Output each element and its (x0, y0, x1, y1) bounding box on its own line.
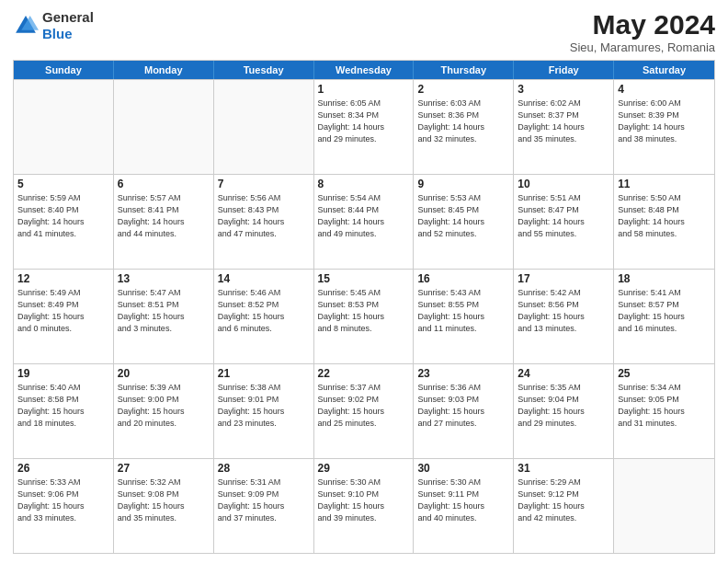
day-number: 23 (417, 367, 509, 380)
day-info: Sunrise: 5:49 AMSunset: 8:49 PMDaylight:… (17, 287, 109, 335)
day-number: 25 (618, 367, 711, 380)
day-info: Sunrise: 5:40 AMSunset: 8:58 PMDaylight:… (17, 382, 109, 430)
day-number: 26 (17, 462, 109, 475)
calendar-day-31: 31Sunrise: 5:29 AMSunset: 9:12 PMDayligh… (514, 459, 614, 553)
calendar-day-17: 17Sunrise: 5:42 AMSunset: 8:56 PMDayligh… (514, 270, 614, 363)
day-info: Sunrise: 5:32 AMSunset: 9:08 PMDaylight:… (118, 477, 210, 524)
calendar-day-12: 12Sunrise: 5:49 AMSunset: 8:49 PMDayligh… (14, 270, 114, 363)
calendar-header: SundayMondayTuesdayWednesdayThursdayFrid… (14, 61, 714, 79)
title-area: May 2024 Sieu, Maramures, Romania (570, 9, 715, 54)
calendar-day-10: 10Sunrise: 5:51 AMSunset: 8:47 PMDayligh… (514, 175, 614, 269)
calendar-day-2: 2Sunrise: 6:03 AMSunset: 8:36 PMDaylight… (414, 80, 514, 174)
calendar-day-6: 6Sunrise: 5:57 AMSunset: 8:41 PMDaylight… (114, 175, 214, 269)
header-day-sunday: Sunday (14, 61, 114, 79)
day-info: Sunrise: 5:41 AMSunset: 8:57 PMDaylight:… (618, 287, 711, 335)
day-number: 17 (518, 272, 609, 285)
calendar-day-13: 13Sunrise: 5:47 AMSunset: 8:51 PMDayligh… (114, 270, 214, 363)
day-number: 3 (518, 83, 609, 96)
day-number: 27 (118, 462, 210, 475)
page: General Blue May 2024 Sieu, Maramures, R… (0, 0, 728, 563)
day-info: Sunrise: 5:30 AMSunset: 9:10 PMDaylight:… (318, 477, 410, 524)
day-number: 29 (318, 462, 410, 475)
day-number: 19 (17, 367, 109, 380)
calendar-day-9: 9Sunrise: 5:53 AMSunset: 8:45 PMDaylight… (414, 175, 514, 269)
day-number: 12 (17, 272, 109, 285)
day-info: Sunrise: 5:50 AMSunset: 8:48 PMDaylight:… (618, 192, 711, 240)
calendar-week-4: 19Sunrise: 5:40 AMSunset: 8:58 PMDayligh… (14, 363, 714, 458)
day-info: Sunrise: 5:46 AMSunset: 8:52 PMDaylight:… (218, 287, 310, 335)
calendar-week-1: 1Sunrise: 6:05 AMSunset: 8:34 PMDaylight… (14, 79, 714, 174)
day-info: Sunrise: 6:00 AMSunset: 8:39 PMDaylight:… (618, 98, 711, 145)
day-number: 16 (417, 272, 509, 285)
day-info: Sunrise: 5:35 AMSunset: 9:04 PMDaylight:… (518, 382, 609, 430)
day-number: 20 (118, 367, 210, 380)
day-info: Sunrise: 5:53 AMSunset: 8:45 PMDaylight:… (417, 192, 509, 240)
calendar-day-27: 27Sunrise: 5:32 AMSunset: 9:08 PMDayligh… (114, 459, 214, 553)
calendar-day-14: 14Sunrise: 5:46 AMSunset: 8:52 PMDayligh… (214, 270, 314, 363)
day-info: Sunrise: 5:37 AMSunset: 9:02 PMDaylight:… (318, 382, 410, 430)
calendar-day-22: 22Sunrise: 5:37 AMSunset: 9:02 PMDayligh… (314, 364, 415, 458)
day-number: 14 (218, 272, 310, 285)
logo-general: General (42, 9, 94, 25)
day-info: Sunrise: 5:36 AMSunset: 9:03 PMDaylight:… (417, 382, 509, 430)
day-info: Sunrise: 5:57 AMSunset: 8:41 PMDaylight:… (118, 192, 210, 240)
header-day-wednesday: Wednesday (314, 61, 415, 79)
calendar-day-3: 3Sunrise: 6:02 AMSunset: 8:37 PMDaylight… (514, 80, 614, 174)
day-info: Sunrise: 6:03 AMSunset: 8:36 PMDaylight:… (417, 98, 509, 145)
day-number: 22 (318, 367, 410, 380)
calendar-day-21: 21Sunrise: 5:38 AMSunset: 9:01 PMDayligh… (214, 364, 314, 458)
day-number: 18 (618, 272, 711, 285)
day-info: Sunrise: 5:56 AMSunset: 8:43 PMDaylight:… (218, 192, 310, 240)
header-day-monday: Monday (114, 61, 214, 79)
calendar-day-16: 16Sunrise: 5:43 AMSunset: 8:55 PMDayligh… (414, 270, 514, 363)
calendar-day-25: 25Sunrise: 5:34 AMSunset: 9:05 PMDayligh… (614, 364, 714, 458)
subtitle: Sieu, Maramures, Romania (570, 40, 715, 54)
day-number: 4 (618, 83, 711, 96)
calendar-day-1: 1Sunrise: 6:05 AMSunset: 8:34 PMDaylight… (314, 80, 415, 174)
calendar-day-empty (14, 80, 114, 174)
day-info: Sunrise: 5:51 AMSunset: 8:47 PMDaylight:… (518, 192, 609, 240)
day-info: Sunrise: 5:34 AMSunset: 9:05 PMDaylight:… (618, 382, 711, 430)
main-title: May 2024 (570, 9, 715, 40)
header-day-thursday: Thursday (414, 61, 514, 79)
day-info: Sunrise: 5:31 AMSunset: 9:09 PMDaylight:… (218, 477, 310, 524)
calendar-day-empty (114, 80, 214, 174)
calendar-body: 1Sunrise: 6:05 AMSunset: 8:34 PMDaylight… (14, 79, 714, 553)
day-info: Sunrise: 5:33 AMSunset: 9:06 PMDaylight:… (17, 477, 109, 524)
calendar-day-11: 11Sunrise: 5:50 AMSunset: 8:48 PMDayligh… (614, 175, 714, 269)
day-info: Sunrise: 5:29 AMSunset: 9:12 PMDaylight:… (518, 477, 609, 524)
day-info: Sunrise: 5:59 AMSunset: 8:40 PMDaylight:… (17, 192, 109, 240)
day-number: 24 (518, 367, 609, 380)
day-info: Sunrise: 5:38 AMSunset: 9:01 PMDaylight:… (218, 382, 310, 430)
day-info: Sunrise: 6:05 AMSunset: 8:34 PMDaylight:… (318, 98, 410, 145)
calendar-day-8: 8Sunrise: 5:54 AMSunset: 8:44 PMDaylight… (314, 175, 415, 269)
calendar-day-26: 26Sunrise: 5:33 AMSunset: 9:06 PMDayligh… (14, 459, 114, 553)
calendar-day-7: 7Sunrise: 5:56 AMSunset: 8:43 PMDaylight… (214, 175, 314, 269)
day-number: 9 (417, 178, 509, 190)
day-number: 5 (17, 178, 109, 190)
calendar-day-15: 15Sunrise: 5:45 AMSunset: 8:53 PMDayligh… (314, 270, 415, 363)
header-day-tuesday: Tuesday (214, 61, 314, 79)
day-number: 1 (318, 83, 410, 96)
calendar-day-empty (214, 80, 314, 174)
day-number: 15 (318, 272, 410, 285)
calendar-week-3: 12Sunrise: 5:49 AMSunset: 8:49 PMDayligh… (14, 269, 714, 363)
day-info: Sunrise: 6:02 AMSunset: 8:37 PMDaylight:… (518, 98, 609, 145)
calendar-week-2: 5Sunrise: 5:59 AMSunset: 8:40 PMDaylight… (14, 174, 714, 269)
calendar-day-20: 20Sunrise: 5:39 AMSunset: 9:00 PMDayligh… (114, 364, 214, 458)
calendar-day-24: 24Sunrise: 5:35 AMSunset: 9:04 PMDayligh… (514, 364, 614, 458)
calendar-week-5: 26Sunrise: 5:33 AMSunset: 9:06 PMDayligh… (14, 458, 714, 553)
day-info: Sunrise: 5:43 AMSunset: 8:55 PMDaylight:… (417, 287, 509, 335)
calendar-day-18: 18Sunrise: 5:41 AMSunset: 8:57 PMDayligh… (614, 270, 714, 363)
day-number: 31 (518, 462, 609, 475)
day-number: 11 (618, 178, 711, 190)
day-info: Sunrise: 5:45 AMSunset: 8:53 PMDaylight:… (318, 287, 410, 335)
calendar-day-4: 4Sunrise: 6:00 AMSunset: 8:39 PMDaylight… (614, 80, 714, 174)
calendar-day-19: 19Sunrise: 5:40 AMSunset: 8:58 PMDayligh… (14, 364, 114, 458)
calendar-day-23: 23Sunrise: 5:36 AMSunset: 9:03 PMDayligh… (414, 364, 514, 458)
day-number: 7 (218, 178, 310, 190)
header-day-saturday: Saturday (614, 61, 714, 79)
calendar-day-28: 28Sunrise: 5:31 AMSunset: 9:09 PMDayligh… (214, 459, 314, 553)
day-number: 28 (218, 462, 310, 475)
logo: General Blue (13, 9, 94, 42)
